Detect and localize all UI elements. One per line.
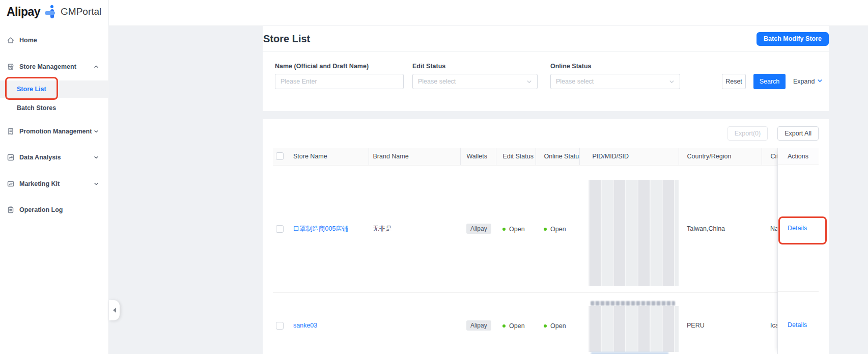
- expand-toggle[interactable]: Expand: [793, 74, 823, 89]
- details-link[interactable]: Details: [788, 225, 807, 232]
- edit-status-select[interactable]: Please select: [412, 74, 538, 89]
- sidebar-item-store-management[interactable]: Store Management: [0, 59, 109, 75]
- column-header-pid: PID/MID/SID: [579, 148, 679, 165]
- chevron-down-icon: [669, 79, 675, 85]
- wallet-badge: Alipay: [466, 224, 491, 234]
- status-dot-icon: [502, 324, 506, 328]
- row-checkbox[interactable]: [276, 322, 284, 330]
- sidebar-item-label: Store Management: [19, 63, 76, 70]
- column-header-store-name: Store Name: [293, 148, 369, 165]
- edit-status-value: Open: [502, 226, 525, 233]
- edit-status-filter-label: Edit Status: [412, 63, 445, 70]
- table-row: sanke03 Alipay Open Open PERU Ica: [273, 292, 819, 354]
- batch-modify-store-button[interactable]: Batch Modify Store: [757, 32, 829, 46]
- edit-status-placeholder: Please select: [418, 78, 456, 85]
- promotion-icon: [7, 127, 15, 135]
- app-logo: Alipay GMPortal: [7, 5, 101, 19]
- chevron-down-icon: [94, 155, 99, 160]
- export-toolbar: Export(0) Export All: [727, 126, 819, 141]
- sidebar-item-label: Marketing Kit: [19, 180, 60, 187]
- country-region-text: Taiwan,China: [687, 225, 725, 232]
- online-status-select[interactable]: Please select: [550, 74, 680, 89]
- sidebar-item-batch-stores[interactable]: Batch Stores: [0, 100, 109, 116]
- sidebar-item-promotion-management[interactable]: Promotion Management: [0, 123, 109, 140]
- table-header-row: Store Name Brand Name Wallets Edit Statu…: [273, 148, 819, 165]
- marketing-icon: [7, 180, 15, 188]
- store-icon: [7, 63, 15, 71]
- sidebar-item-label: Batch Stores: [17, 104, 56, 112]
- chevron-down-icon: [94, 181, 99, 186]
- chevron-down-icon: [94, 129, 99, 134]
- pid-redacted-image: [589, 180, 679, 286]
- column-header-brand-name: Brand Name: [369, 148, 460, 165]
- operation-log-icon: [7, 206, 15, 214]
- chevron-up-icon: [94, 64, 99, 69]
- page-title: Store List: [263, 33, 310, 45]
- expand-label: Expand: [793, 78, 815, 85]
- online-status-value: Open: [544, 322, 566, 330]
- alipay-logo-text: Alipay: [7, 5, 40, 19]
- store-list-panel: Store List Batch Modify Store Name (Offi…: [263, 26, 829, 111]
- sidebar: Alipay GMPortal Home Store Management St…: [0, 0, 109, 354]
- online-status-placeholder: Please select: [556, 78, 594, 85]
- sidebar-item-label: Home: [19, 37, 37, 44]
- filter-panel: Name (Official and Draft Name) Edit Stat…: [263, 52, 829, 111]
- store-table: Store Name Brand Name Wallets Edit Statu…: [273, 148, 819, 354]
- online-status-value: Open: [544, 226, 566, 233]
- search-button[interactable]: Search: [753, 74, 786, 89]
- name-filter-input[interactable]: [275, 74, 404, 89]
- column-header-edit-status: Edit Status: [496, 148, 536, 165]
- sidebar-item-marketing-kit[interactable]: Marketing Kit: [0, 176, 109, 192]
- country-region-text: PERU: [687, 322, 705, 329]
- chevron-down-icon: [817, 78, 823, 85]
- column-header-online-status: Online Status: [536, 148, 579, 165]
- status-dot-icon: [544, 324, 547, 328]
- reset-button[interactable]: Reset: [722, 74, 746, 89]
- table-row: 口罩制造商005店铺 无非是 Alipay Open Open Taiwan,C…: [273, 165, 819, 292]
- sidebar-item-label: Store List: [17, 86, 46, 93]
- export-all-button[interactable]: Export All: [777, 126, 819, 141]
- sidebar-item-home[interactable]: Home: [0, 32, 109, 48]
- alipay-logo-icon: [44, 5, 57, 19]
- actions-fixed-column: Actions Details Details: [777, 148, 819, 354]
- column-header-actions: Actions: [778, 148, 819, 165]
- details-link[interactable]: Details: [788, 321, 807, 329]
- title-row: Store List Batch Modify Store: [263, 26, 829, 52]
- sidebar-item-label: Operation Log: [19, 206, 63, 213]
- sidebar-item-label: Data Analysis: [19, 154, 61, 161]
- sidebar-item-operation-log[interactable]: Operation Log: [0, 202, 109, 218]
- store-name-link[interactable]: sanke03: [293, 322, 317, 329]
- brand-name-text: 无非是: [373, 225, 392, 232]
- collapse-arrow-icon: [113, 308, 116, 313]
- store-name-link[interactable]: 口罩制造商005店铺: [293, 225, 348, 232]
- redacted-highlight-line: [591, 352, 668, 354]
- pid-redacted-image: [589, 301, 679, 354]
- export-selected-button[interactable]: Export(0): [727, 126, 768, 141]
- sidebar-item-store-list[interactable]: Store List: [0, 80, 109, 98]
- column-header-country: Country/Region: [679, 148, 762, 165]
- status-dot-icon: [544, 228, 547, 231]
- column-header-wallets: Wallets: [460, 148, 496, 165]
- chevron-down-icon: [526, 79, 532, 85]
- online-status-filter-label: Online Status: [550, 63, 592, 70]
- top-header-bar: [109, 0, 868, 26]
- store-table-panel: Export(0) Export All Store Name Brand Na…: [263, 119, 829, 354]
- select-all-checkbox[interactable]: [276, 152, 284, 160]
- edit-status-value: Open: [502, 322, 525, 330]
- status-dot-icon: [502, 228, 506, 231]
- home-icon: [7, 36, 15, 44]
- row-checkbox[interactable]: [276, 225, 284, 233]
- sidebar-item-data-analysis[interactable]: Data Analysis: [0, 149, 109, 166]
- wallet-badge: Alipay: [466, 320, 491, 331]
- sidebar-item-label: Promotion Management: [19, 128, 92, 135]
- sidebar-collapse-handle[interactable]: [109, 300, 120, 320]
- name-filter-label: Name (Official and Draft Name): [275, 63, 369, 70]
- data-analysis-icon: [7, 153, 15, 161]
- portal-logo-text: GMPortal: [61, 6, 101, 17]
- redacted-text-line: [591, 301, 675, 306]
